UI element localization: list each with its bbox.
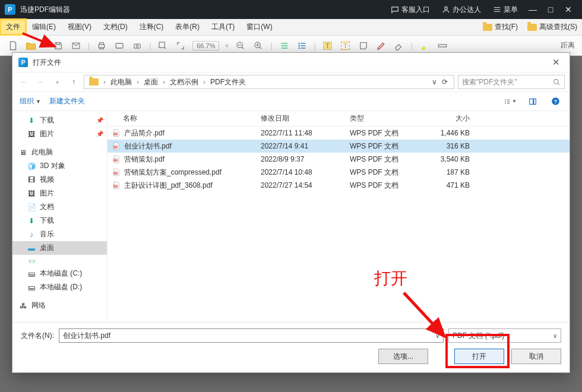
breadcrumb[interactable]: › 此电脑 › 桌面 › 文档示例 › PDF文件夹 ∨ ⟳ [84, 75, 454, 89]
file-row[interactable]: PDF创业计划书.pdf2022/7/14 9:41WPS PDF 文档316 … [107, 140, 570, 153]
file-size: 316 KB [422, 142, 482, 150]
chevron-down-icon[interactable]: ∨ [435, 333, 439, 339]
menu-form[interactable]: 表单(R) [169, 19, 205, 35]
filename-input[interactable]: 创业计划书.pdf ∨ [59, 328, 444, 343]
minimize-button[interactable]: — [524, 5, 542, 14]
nav-forward-button[interactable]: → [34, 75, 47, 88]
preview-pane-button[interactable] [526, 95, 540, 108]
sidebar-unknown[interactable]: ▭ [12, 255, 107, 267]
close-button[interactable]: ✕ [559, 5, 577, 14]
sidebar-music[interactable]: ♪音乐 [12, 227, 107, 241]
file-date: 2022/7/27 14:54 [256, 181, 345, 189]
open-button[interactable]: 打开 [454, 349, 504, 364]
align-tool[interactable] [279, 40, 290, 52]
file-row[interactable]: PDF营销策划.pdf2022/8/9 9:37WPS PDF 文档3,540 … [107, 153, 570, 166]
menu-annotate[interactable]: 注释(C) [134, 19, 170, 35]
open-file-tool[interactable] [25, 40, 37, 52]
ruler-tool[interactable] [436, 40, 448, 52]
column-name[interactable]: 名称 [107, 113, 256, 124]
dialog-nav: ← → ▾ ↑ › 此电脑 › 桌面 › 文档示例 › PDF文件夹 ∨ ⟳ 搜… [12, 72, 570, 92]
cube-icon: 🧊 [27, 162, 36, 170]
menu-file[interactable]: 文件 [0, 19, 26, 35]
text-tool[interactable]: T [340, 40, 352, 52]
sidebar-network[interactable]: 🖧网络 [12, 299, 107, 312]
crumb-folder2[interactable]: PDF文件夹 [208, 77, 248, 87]
camera-tool[interactable] [131, 40, 143, 52]
sidebar-documents[interactable]: 📄文档 [12, 200, 107, 214]
sidebar-downloads[interactable]: ⬇下载📌 [12, 113, 107, 127]
find-button[interactable]: 查找(F) [478, 19, 523, 35]
filetype-select[interactable]: PDF 文档 (*.pdf) ∨ [448, 328, 561, 343]
menu-window[interactable]: 窗口(W) [241, 19, 278, 35]
svg-point-5 [136, 45, 138, 47]
sidebar-pictures[interactable]: 🖼图片📌 [12, 127, 107, 141]
chat-icon [391, 5, 399, 14]
pdf-file-icon: PDF [112, 142, 121, 150]
svg-text:PDF: PDF [113, 146, 117, 148]
cancel-button[interactable]: 取消 [511, 349, 561, 364]
menu-document[interactable]: 文档(D) [97, 19, 134, 35]
list-tool[interactable] [296, 40, 308, 52]
crumb-folder1[interactable]: 文档示例 [167, 77, 201, 87]
file-row[interactable]: PDF产品简介.pdf2022/7/11 11:48WPS PDF 文档1,44… [107, 127, 570, 140]
advanced-find-button[interactable]: 高级查找(S) [523, 19, 582, 35]
sidebar-local-d[interactable]: 🖴本地磁盘 (D:) [12, 280, 107, 294]
highlighter-tool[interactable] [419, 40, 431, 52]
column-date[interactable]: 修改日期 [256, 113, 345, 124]
options-button[interactable]: 选项... [378, 349, 428, 364]
sticky-note-tool[interactable] [358, 40, 369, 52]
sidebar-desktop[interactable]: ▬桌面 [12, 241, 107, 255]
menu-edit[interactable]: 编辑(E) [26, 19, 62, 35]
main-menu-button[interactable]: 菜单 [493, 5, 518, 15]
help-button[interactable]: ? [548, 95, 562, 108]
menubar: 文件 编辑(E) 视图(V) 文档(D) 注释(C) 表单(R) 工具(T) 窗… [0, 19, 582, 36]
fit-page-tool[interactable] [175, 40, 186, 52]
eraser-tool[interactable] [393, 40, 405, 52]
text-highlight-tool[interactable]: T [322, 40, 334, 52]
sidebar-this-pc[interactable]: 🖥此电脑 [12, 146, 107, 159]
new-folder-button[interactable]: 新建文件夹 [49, 96, 85, 106]
dialog-close-button[interactable]: ✕ [549, 56, 564, 69]
search-input[interactable]: 搜索"PDF文件夹" [458, 75, 565, 89]
print-tool[interactable] [96, 40, 107, 52]
refresh-icon[interactable]: ⟳ [442, 78, 448, 86]
sidebar-pictures2[interactable]: 🖼图片 [12, 186, 107, 200]
organize-menu[interactable]: 组织 ▼ [20, 96, 41, 106]
pencil-tool[interactable] [375, 40, 387, 52]
crumb-this-pc[interactable]: 此电脑 [108, 77, 134, 87]
crumb-dropdown-icon[interactable]: ∨ [432, 78, 437, 86]
nav-up-button[interactable]: ↑ [67, 75, 80, 88]
column-type[interactable]: 类型 [345, 113, 422, 124]
file-name: 创业计划书.pdf [124, 141, 172, 151]
zoom-out-tool[interactable] [235, 40, 246, 52]
file-row[interactable]: PDF主卧设计详图_pdf_3608.pdf2022/7/27 14:54WPS… [107, 179, 570, 192]
column-size[interactable]: 大小 [422, 113, 482, 124]
dialog-title: 打开文件 [33, 58, 61, 68]
zoom-value[interactable]: 66.7% [192, 41, 219, 50]
dialog-footer: 文件名(N): 创业计划书.pdf ∨ PDF 文档 (*.pdf) ∨ 选项.… [12, 322, 570, 372]
nav-recent-button[interactable]: ▾ [50, 75, 64, 88]
sidebar-3d-objects[interactable]: 🧊3D 对象 [12, 159, 107, 173]
customer-service-link[interactable]: 客服入口 [391, 5, 430, 15]
maximize-button[interactable]: □ [542, 5, 559, 14]
crumb-desktop[interactable]: 桌面 [141, 77, 160, 87]
zoom-in-tool[interactable] [252, 40, 264, 52]
menu-view[interactable]: 视图(V) [62, 19, 97, 35]
file-date: 2022/7/14 10:48 [256, 168, 345, 176]
sidebar-downloads2[interactable]: ⬇下载 [12, 214, 107, 227]
file-row[interactable]: PDF营销策划方案_compressed.pdf2022/7/14 10:48W… [107, 166, 570, 179]
menu-tools[interactable]: 工具(T) [205, 19, 241, 35]
sidebar-local-c[interactable]: 🖴本地磁盘 (C:) [12, 267, 107, 280]
view-details-button[interactable]: ▼ [503, 95, 517, 108]
sidebar-videos[interactable]: 🎞视频 [12, 173, 107, 186]
dialog-titlebar: P 打开文件 ✕ [12, 53, 570, 72]
new-file-tool[interactable] [7, 40, 19, 52]
marquee-zoom-tool[interactable] [157, 40, 169, 52]
scan-tool[interactable] [113, 40, 125, 52]
nav-back-button[interactable]: ← [17, 75, 30, 88]
pdf-file-icon: PDF [112, 155, 121, 163]
office-pro-link[interactable]: 办公达人 [442, 5, 481, 15]
save-tool[interactable] [52, 40, 64, 52]
mail-tool[interactable] [70, 40, 82, 52]
file-type: WPS PDF 文档 [345, 154, 422, 165]
